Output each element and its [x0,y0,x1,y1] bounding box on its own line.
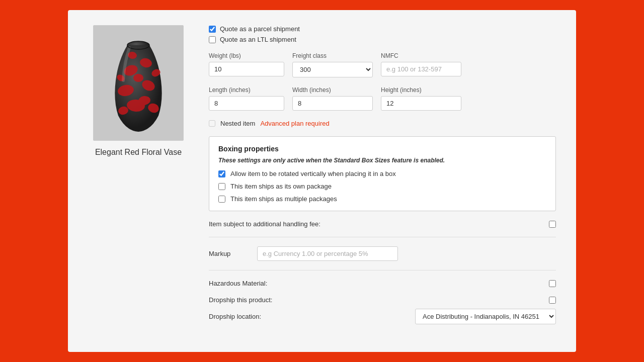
product-image [103,30,174,136]
product-image-container [93,25,184,141]
boxing-own-checkbox[interactable] [218,183,225,190]
nested-item-row: Nested item Advanced plan required [209,120,556,127]
hazardous-row: Hazardous Material: [209,280,556,287]
quote-parcel-checkbox[interactable] [209,26,216,33]
boxing-subtitle: These settings are only active when the … [218,157,546,164]
boxing-multiple-label: This item ships as multiple packages [230,195,337,203]
dropship-product-checkbox[interactable] [549,297,556,304]
markup-label: Markup [209,250,249,257]
hazardous-checkbox[interactable] [549,280,556,287]
weight-input[interactable] [209,62,284,76]
width-input[interactable] [292,96,373,111]
nmfc-field-group: NMFC [381,52,461,77]
boxing-option-own-package: This item ships as its own package [218,183,546,190]
divider-2 [209,270,556,270]
quote-ltl-label: Quote as an LTL shipment [220,36,296,43]
right-panel: Quote as a parcel shipment Quote as an L… [209,25,556,337]
boxing-rotate-checkbox[interactable] [218,170,225,177]
left-panel: Elegant Red Floral Vase [88,25,189,337]
boxing-rotate-label: Allow item to be rotated vertically when… [230,170,396,177]
height-input[interactable] [381,96,461,111]
handling-fee-row: Item subject to additional handling fee: [209,220,556,228]
quote-ltl-row: Quote as an LTL shipment [209,36,556,43]
nested-item-checkbox[interactable] [209,120,215,127]
handling-fee-checkbox[interactable] [549,221,556,228]
freight-class-field-group: Freight class 300 50 55 60 400 500 [292,52,373,77]
markup-row: Markup [209,246,556,261]
length-label: Length (inches) [209,86,284,94]
boxing-option-rotate: Allow item to be rotated vertically when… [218,170,546,177]
dropship-location-row: Dropship location: Ace Distributing - In… [209,309,556,324]
height-field-group: Height (inches) [381,86,461,111]
nested-item-label: Nested item [220,120,255,127]
boxing-own-label: This item ships as its own package [230,183,332,190]
nmfc-label: NMFC [381,52,461,59]
quote-options-group: Quote as a parcel shipment Quote as an L… [209,25,556,43]
main-card: Elegant Red Floral Vase Quote as a parce… [68,10,576,352]
length-input[interactable] [209,96,284,111]
length-field-group: Length (inches) [209,86,284,111]
hazardous-label: Hazardous Material: [209,280,267,287]
advanced-plan-badge: Advanced plan required [260,120,329,127]
boxing-option-multiple: This item ships as multiple packages [218,195,546,203]
width-label: Width (inches) [292,86,373,94]
svg-point-8 [133,74,143,82]
dropship-location-select[interactable]: Ace Distributing - Indianapolis, IN 4625… [415,309,556,324]
dropship-section: Dropship this product: Dropship location… [209,296,556,324]
dimensions-row: Length (inches) Width (inches) Height (i… [209,86,556,111]
freight-class-label: Freight class [292,52,373,59]
quote-ltl-checkbox[interactable] [209,36,216,43]
boxing-title: Boxing properties [218,145,546,153]
dropship-product-label: Dropship this product: [209,296,272,304]
product-title: Elegant Red Floral Vase [95,148,182,157]
freight-class-select[interactable]: 300 50 55 60 400 500 [292,62,373,77]
weight-field-group: Weight (lbs) [209,52,284,77]
quote-parcel-row: Quote as a parcel shipment [209,25,556,33]
dropship-product-row: Dropship this product: [209,296,556,304]
boxing-multiple-checkbox[interactable] [218,196,225,203]
handling-fee-label: Item subject to additional handling fee: [209,220,320,228]
markup-input[interactable] [257,246,398,261]
dropship-location-label: Dropship location: [209,313,261,320]
boxing-properties-box: Boxing properties These settings are onl… [209,136,556,211]
nmfc-input[interactable] [381,62,461,76]
weight-freight-row: Weight (lbs) Freight class 300 50 55 60 … [209,52,556,77]
height-label: Height (inches) [381,86,461,94]
weight-label: Weight (lbs) [209,52,284,59]
divider-1 [209,237,556,237]
quote-parcel-label: Quote as a parcel shipment [220,25,300,33]
width-field-group: Width (inches) [292,86,373,111]
